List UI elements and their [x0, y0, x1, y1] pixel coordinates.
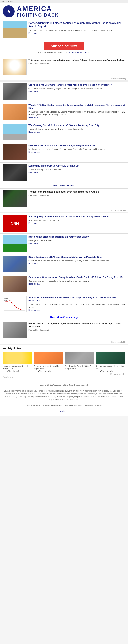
web-version-label: Web version	[2, 0, 13, 3]
might-like-grid: Limonene, a compound found in orange pee…	[3, 352, 125, 372]
news-item-8-image	[3, 256, 27, 272]
news-item-6-summary: Never trust the mainstream media.	[28, 219, 110, 222]
news-item-9-summary: God bless this lady for peacefully stand…	[28, 280, 123, 282]
news-item-4-read-more[interactable]: Read more...	[28, 151, 40, 153]
news-item-6-read-more[interactable]: Read more...	[28, 222, 40, 224]
news-item-8: Biden Denigrates US Ally as 'Xenophobic'…	[0, 254, 128, 274]
you-might-like-recommended: Recommended by	[3, 372, 125, 375]
main-article-image	[3, 21, 27, 38]
web-version-bar: Web version	[0, 0, 128, 3]
ad-widget-1-image	[3, 59, 27, 75]
wiki-widget-2-content: Mount Takahe is a 11,350 ft high snow-co…	[28, 322, 125, 338]
logo-text: AMERICA FIGHTING BACK	[17, 5, 59, 18]
wiki-widget-2: Mount Takahe is a 11,350 ft high snow-co…	[0, 320, 128, 340]
news-item-7-read-more[interactable]: Read more...	[28, 242, 40, 244]
might-like-item-2: Do you know where the world's largest ba…	[34, 352, 63, 372]
news-item-5-image	[3, 164, 27, 181]
news-item-6: CNN Vast Majority of Americans Distrust …	[0, 213, 128, 234]
might-like-item-2-title: Do you know where the world's largest ba…	[34, 365, 63, 370]
divider-3	[0, 344, 128, 345]
news-item-10-read-more[interactable]: Read more...	[28, 309, 40, 311]
logo-circle: ★	[3, 6, 15, 17]
news-item-5-summary: "It hit me by surprise," Daryl Hall said…	[28, 168, 79, 171]
news-item-5-read-more[interactable]: Read more...	[28, 171, 40, 174]
news-item-4: New York AG Letitia James Hit with Huge …	[0, 142, 128, 162]
news-item-3-read-more[interactable]: Read more...	[28, 131, 40, 133]
news-item-10-image: 11.26 76.41	[3, 296, 27, 312]
wiki-widget-2-source: Free Wikipedia content	[28, 329, 125, 331]
news-item-5: Legendary Music Group Officially Breaks …	[0, 162, 128, 183]
you-might-like-section: You Might Like Limonene, a compound foun…	[0, 345, 128, 381]
might-like-item-1-source: Free Wikipedia cont...	[3, 370, 32, 372]
news-item-3: War Coming Soon? China's Aircraft Seen M…	[0, 122, 128, 142]
news-item-10-title: Stock Drops Like a Rock After Woke CEO S…	[28, 296, 125, 302]
might-like-item-1-image	[3, 352, 32, 364]
news-item-2-content: Watch: NFL Star Embarrassed by Sumo Wres…	[28, 104, 125, 119]
logo-line2: FIGHTING BACK	[17, 13, 59, 18]
news-item-2: Watch: NFL Star Embarrassed by Sumo Wres…	[0, 102, 128, 122]
site-header: ★ AMERICA FIGHTING BACK	[0, 3, 128, 20]
news-item-8-read-more[interactable]: Read more...	[28, 262, 40, 265]
news-item-2-read-more[interactable]: Read more...	[28, 116, 40, 119]
read-more-commentary-link[interactable]: Read More Commentary	[50, 316, 78, 319]
news-item-9-content: Communist Concentration Camp Survivor Co…	[28, 276, 123, 285]
news-item-3-content: War Coming Soon? China's Aircraft Seen M…	[28, 124, 99, 133]
news-item-9-read-more[interactable]: Read more...	[28, 283, 40, 285]
ad-free-text: For an Ad Free experience on America Fig…	[3, 51, 125, 54]
might-like-item-2-image	[34, 352, 63, 364]
main-article-read-more[interactable]: Read more...	[28, 32, 40, 34]
news-item-1-image	[3, 84, 27, 100]
news-item-9-image	[3, 276, 27, 292]
news-item-7-title: Here's What Should Be Wishing on Your Wo…	[28, 235, 90, 238]
footer-unsubscribe-link[interactable]: Unsubscribe	[59, 410, 69, 412]
might-like-item-3-image	[65, 352, 94, 364]
news-item-1: Ole Miss 'Frat Boy' Gets Targeted After …	[0, 82, 128, 102]
news-item-8-content: Biden Denigrates US Ally as 'Xenophobic'…	[28, 256, 110, 265]
news-item-1-summary: One Ole Miss student is being targeted a…	[28, 87, 111, 90]
footer-address: Our mailing address is: America Fighting…	[3, 404, 125, 407]
news-item-10-content: Stock Drops Like a Rock After Woke CEO S…	[28, 296, 125, 311]
might-like-item-3-title: Did aliens visit Japan in 1803? Free Wik…	[65, 365, 94, 370]
news-item-10: 11.26 76.41 Stock Drops Like a Rock Afte…	[0, 294, 128, 314]
recommended-by-3-label: Recommended by	[111, 341, 126, 343]
news-item-5-content: Legendary Music Group Officially Breaks …	[28, 164, 79, 174]
wiki-widget-2-title: Mount Takahe is a 11,350 ft high snow-co…	[28, 322, 125, 328]
footer-copyright: Copyright © 2024 America Fighting Back A…	[3, 384, 125, 386]
wiki-widget-1: The last non-Macintosh computer ever man…	[0, 188, 128, 209]
divider-1	[0, 80, 128, 82]
news-item-5-title: Legendary Music Group Officially Breaks …	[28, 164, 79, 168]
main-article-title: Border Agent Biden Falsely Accused of Wh…	[28, 21, 125, 28]
news-item-3-image	[3, 124, 27, 140]
footer: Copyright © 2024 America Fighting Back A…	[0, 381, 128, 416]
news-item-1-content: Ole Miss 'Frat Boy' Gets Targeted After …	[28, 84, 111, 93]
might-like-item-3: Did aliens visit Japan in 1803? Free Wik…	[65, 352, 94, 372]
might-like-item-1-title: Limonene, a compound found in orange pee…	[3, 365, 32, 370]
news-item-8-title: Biden Denigrates US Ally as 'Xenophobic'…	[28, 256, 110, 259]
might-like-item-4-title: Achelousaurus was a dinosaur that lived …	[96, 365, 125, 370]
news-item-3-summary: The conflict between Taiwan and China co…	[28, 128, 99, 130]
svg-text:11.26: 11.26	[4, 298, 8, 300]
logo-line1: AMERICA	[17, 5, 59, 13]
news-item-4-title: New York AG Letitia James Hit with Huge …	[28, 144, 105, 147]
news-item-2-title: Watch: NFL Star Embarrassed by Sumo Wres…	[28, 104, 125, 110]
main-article-content: Border Agent Biden Falsely Accused of Wh…	[28, 21, 125, 38]
news-item-7: Here's What Should Be Wishing on Your Wo…	[0, 234, 128, 254]
main-article-summary: There has been no apology from the Biden…	[28, 29, 125, 32]
news-item-7-content: Here's What Should Be Wishing on Your Wo…	[28, 235, 90, 245]
might-like-item-4-image	[96, 352, 125, 364]
advertisement-label: Advertisement	[3, 375, 125, 379]
recommended-by-3: Recommended by	[0, 340, 128, 344]
wiki-widget-1-title: The last non-Macintosh computer ever man…	[28, 190, 100, 194]
subscribe-button[interactable]: SUBSCRIBE NOW	[44, 42, 84, 50]
news-item-7-image	[3, 235, 27, 252]
news-item-1-read-more[interactable]: Read more...	[28, 90, 40, 92]
ad-free-link[interactable]: America Fighting Back	[68, 51, 90, 54]
news-item-2-image	[3, 104, 27, 120]
wiki-widget-1-content: The last non-Macintosh computer ever man…	[28, 190, 100, 207]
news-item-4-content: New York AG Letitia James Hit with Huge …	[28, 144, 105, 154]
news-item-3-title: War Coming Soon? China's Aircraft Seen M…	[28, 124, 99, 127]
ad-widget-1-title: This cake has almost no calories and it …	[28, 59, 124, 62]
wiki-widget-1-source: Free Wikipedia content	[28, 194, 100, 196]
news-item-8-summary: "It just strikes me as something that wa…	[28, 260, 110, 262]
might-like-item-2-source: Free Wikipedia cont...	[34, 370, 63, 372]
